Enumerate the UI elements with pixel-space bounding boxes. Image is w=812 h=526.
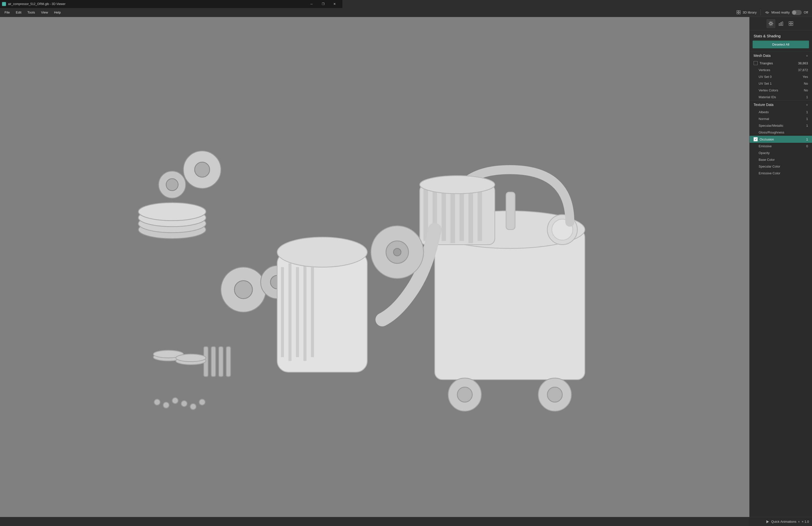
minimize-button[interactable]: ─	[306, 0, 317, 8]
menu-edit[interactable]: Edit	[13, 10, 24, 15]
app-bar: File Edit Tools View Help 3D library Mix…	[0, 8, 342, 17]
svg-point-6	[194, 162, 209, 177]
menu-tools[interactable]: Tools	[25, 10, 37, 15]
menu-file[interactable]: File	[2, 10, 12, 15]
close-button[interactable]: ✕	[329, 0, 340, 8]
svg-point-12	[138, 202, 206, 221]
titlebar-left: air_compressor_512_ORM.glb - 3D Viewer	[2, 2, 66, 6]
menu-help[interactable]: Help	[52, 10, 63, 15]
window-title: air_compressor_512_ORM.glb - 3D Viewer	[8, 2, 66, 6]
3d-viewport[interactable]	[0, 17, 342, 225]
titlebar: air_compressor_512_ORM.glb - 3D Viewer ─…	[0, 0, 342, 8]
menubar: File Edit Tools View Help	[0, 10, 63, 15]
maximize-button[interactable]: ❐	[317, 0, 329, 8]
app-icon	[2, 2, 6, 6]
svg-point-8	[166, 179, 178, 191]
menu-view[interactable]: View	[39, 10, 50, 15]
compressor-model	[94, 80, 342, 226]
viewport-area[interactable]	[0, 17, 342, 225]
titlebar-controls[interactable]: ─ ❐ ✕	[306, 0, 340, 8]
